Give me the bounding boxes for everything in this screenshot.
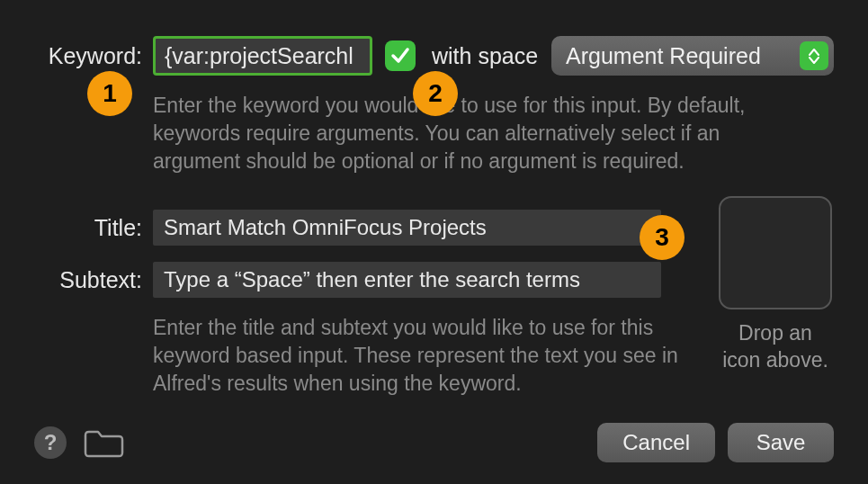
- keyword-help-text: Enter the keyword you would like to use …: [153, 92, 783, 175]
- title-label: Title:: [34, 215, 142, 241]
- save-button[interactable]: Save: [728, 423, 834, 462]
- with-space-label: with space: [432, 43, 538, 69]
- folder-icon[interactable]: [83, 426, 124, 459]
- subtext-label: Subtext:: [34, 267, 142, 293]
- icon-drop-caption: Drop an icon above.: [717, 320, 834, 374]
- argument-select-value: Argument Required: [566, 43, 761, 69]
- title-input[interactable]: [153, 210, 661, 246]
- icon-drop-zone[interactable]: [719, 196, 832, 309]
- subtext-input[interactable]: [153, 262, 661, 298]
- title-subtext-help-text: Enter the title and subtext you would li…: [153, 314, 711, 398]
- help-icon[interactable]: ?: [34, 426, 67, 459]
- with-space-checkbox[interactable]: [385, 40, 416, 71]
- cancel-button[interactable]: Cancel: [597, 423, 715, 462]
- keyword-input[interactable]: [153, 36, 372, 76]
- updown-arrows-icon: [800, 41, 828, 70]
- checkmark-icon: [389, 45, 411, 67]
- annotation-badge-1: 1: [87, 71, 132, 116]
- argument-select[interactable]: Argument Required: [551, 36, 834, 76]
- keyword-label: Keyword:: [34, 43, 142, 69]
